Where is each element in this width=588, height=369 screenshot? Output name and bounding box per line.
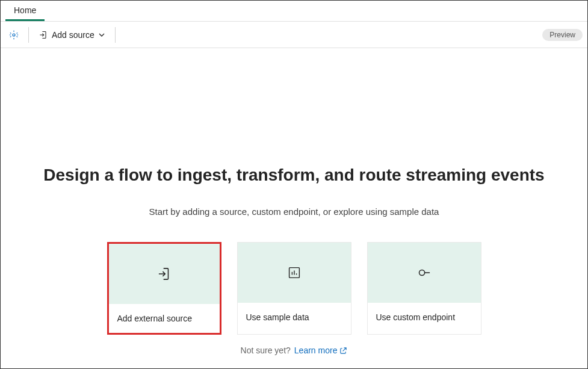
tab-home[interactable]: Home (5, 1, 45, 21)
footer-help: Not sure yet? Learn more (241, 346, 348, 355)
footer-prompt: Not sure yet? (241, 346, 291, 355)
toolbar: Add source Preview (1, 22, 587, 48)
page-subtitle: Start by adding a source, custom endpoin… (149, 206, 439, 217)
external-link-icon (339, 347, 347, 355)
settings-button[interactable] (5, 26, 22, 43)
svg-point-2 (419, 270, 424, 275)
tabstrip: Home (1, 1, 587, 22)
card-visual (109, 244, 220, 304)
card-use-custom-endpoint[interactable]: Use custom endpoint (367, 242, 481, 335)
learn-more-link[interactable]: Learn more (294, 346, 348, 355)
card-label: Add external source (109, 304, 220, 333)
preview-badge: Preview (542, 29, 583, 41)
add-source-label: Add source (52, 30, 94, 40)
card-visual (238, 243, 351, 303)
svg-point-0 (13, 34, 15, 36)
chevron-down-icon (98, 31, 105, 39)
toolbar-divider (28, 27, 29, 43)
canvas: Design a flow to ingest, transform, and … (1, 48, 587, 355)
learn-more-label: Learn more (294, 346, 338, 355)
enter-icon (156, 266, 172, 282)
endpoint-icon (416, 265, 432, 281)
card-visual (368, 243, 481, 303)
card-use-sample-data[interactable]: Use sample data (237, 242, 351, 335)
enter-icon (39, 30, 48, 40)
add-source-button[interactable]: Add source (35, 28, 109, 42)
card-label: Use sample data (238, 303, 351, 332)
bar-chart-icon (287, 265, 302, 280)
gear-icon (8, 29, 19, 40)
toolbar-divider (115, 27, 116, 43)
card-label: Use custom endpoint (368, 303, 481, 332)
card-add-external-source[interactable]: Add external source (107, 242, 221, 335)
card-row: Add external source Use sample data (107, 242, 481, 335)
page-title: Design a flow to ingest, transform, and … (43, 166, 544, 185)
